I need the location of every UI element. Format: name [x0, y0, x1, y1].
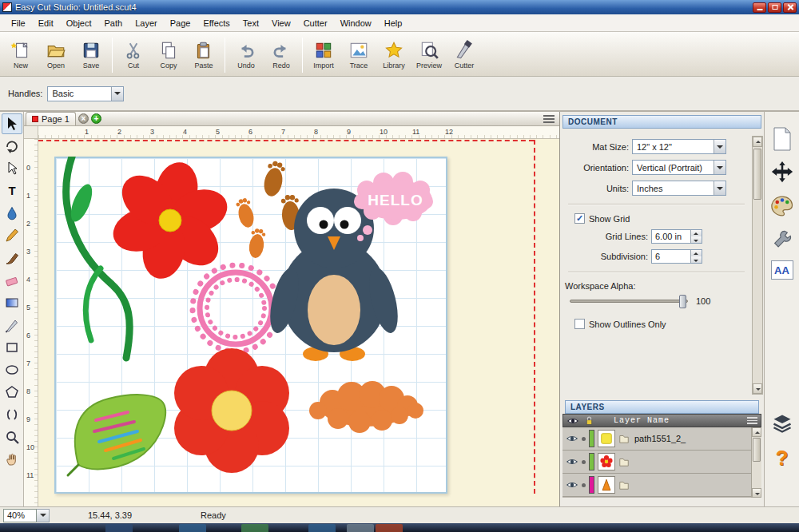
tool-zoom[interactable] — [2, 427, 22, 447]
menu-file[interactable]: File — [5, 16, 32, 30]
layer-row[interactable] — [562, 474, 761, 497]
close-page-button[interactable]: × — [78, 113, 89, 124]
redo-button[interactable]: Redo — [264, 35, 299, 75]
preview-button[interactable]: Preview — [411, 35, 447, 75]
menu-edit[interactable]: Edit — [32, 16, 60, 30]
menu-object[interactable]: Object — [60, 16, 98, 30]
taskbar-icon[interactable] — [179, 524, 206, 532]
canvas-artwork[interactable]: HELLO — [54, 157, 447, 494]
palette-icon[interactable] — [770, 195, 794, 219]
layer-color-bar[interactable] — [589, 430, 594, 447]
menu-page[interactable]: Page — [164, 16, 197, 30]
layers-menu-icon[interactable] — [747, 417, 757, 424]
paste-button[interactable]: Paste — [186, 35, 221, 75]
tool-brush[interactable] — [2, 248, 22, 268]
tool-gradient[interactable] — [2, 292, 22, 313]
tool-eraser[interactable] — [2, 270, 22, 291]
layer-color-bar[interactable] — [589, 476, 594, 494]
spin-down-icon[interactable] — [690, 236, 702, 243]
eye-icon[interactable] — [566, 457, 578, 466]
menu-view[interactable]: View — [265, 16, 297, 30]
tool-rectangle[interactable] — [2, 337, 22, 358]
eye-icon[interactable] — [566, 480, 578, 490]
scroll-up-icon[interactable] — [752, 427, 761, 437]
workspace-alpha-slider[interactable] — [570, 300, 688, 303]
eye-icon[interactable] — [566, 416, 579, 426]
handles-select[interactable]: Basic — [47, 86, 124, 101]
menu-help[interactable]: Help — [378, 16, 409, 30]
lock-icon[interactable] — [584, 415, 594, 426]
orientation-select[interactable]: Vertical (Portrait) — [632, 160, 726, 175]
layer-color-bar[interactable] — [589, 453, 594, 470]
menu-effects[interactable]: Effects — [197, 16, 236, 30]
layer-thumbnail[interactable] — [598, 453, 615, 470]
art-red-flower-bottom[interactable] — [174, 348, 289, 473]
cut-button[interactable]: Cut — [116, 35, 151, 75]
taskbar-icon[interactable] — [376, 524, 403, 532]
open-button[interactable]: Open — [38, 35, 74, 75]
art-orange-cloud[interactable] — [309, 381, 423, 433]
show-grid-checkbox[interactable]: ✓ — [574, 213, 585, 224]
spin-up-icon[interactable] — [690, 230, 702, 236]
tool-rotate[interactable] — [2, 136, 22, 157]
layer-row[interactable] — [562, 451, 761, 474]
close-button[interactable] — [783, 2, 797, 13]
tool-fill[interactable] — [2, 203, 22, 224]
units-select[interactable]: Inches — [632, 181, 726, 196]
maximize-button[interactable] — [768, 2, 781, 13]
spin-down-icon[interactable] — [690, 256, 702, 263]
art-leaf[interactable] — [68, 395, 165, 475]
tool-select[interactable] — [2, 113, 22, 134]
art-scallop-wreath[interactable] — [193, 265, 279, 351]
tool-text[interactable]: T — [2, 181, 22, 201]
layer-thumbnail[interactable] — [598, 430, 615, 447]
page-menu-icon[interactable] — [543, 115, 555, 123]
tool-arc[interactable] — [2, 404, 22, 425]
taskbar-icon[interactable] — [105, 524, 133, 532]
mat-size-select[interactable]: 12" x 12" — [632, 139, 726, 154]
trace-button[interactable]: Trace — [341, 35, 376, 75]
slider-thumb[interactable] — [679, 295, 686, 308]
wrench-icon[interactable] — [771, 228, 793, 252]
copy-button[interactable]: Copy — [151, 35, 186, 75]
zoom-dropdown-icon[interactable] — [37, 509, 50, 522]
menu-layer[interactable]: Layer — [129, 16, 164, 30]
show-outlines-checkbox[interactable] — [574, 319, 585, 329]
scroll-down-icon[interactable] — [752, 488, 761, 498]
new-button[interactable]: New — [3, 35, 38, 75]
minimize-button[interactable] — [753, 2, 766, 13]
menu-path[interactable]: Path — [98, 16, 129, 30]
undo-button[interactable]: Undo — [229, 35, 264, 75]
layer-thumbnail[interactable] — [598, 476, 615, 494]
zoom-level[interactable]: 40% — [3, 509, 37, 522]
eye-icon[interactable] — [566, 434, 578, 443]
art-hello-bubble[interactable]: HELLO — [354, 172, 433, 241]
save-button[interactable]: Save — [74, 35, 109, 75]
page-icon[interactable] — [772, 126, 793, 153]
scroll-thumb[interactable] — [753, 438, 761, 462]
document-panel-header[interactable]: DOCUMENT — [562, 115, 761, 129]
help-icon[interactable]: ? — [776, 446, 789, 470]
menu-window[interactable]: Window — [334, 16, 378, 30]
taskbar-icon[interactable] — [347, 524, 374, 532]
cutter-button[interactable]: Cutter — [447, 35, 482, 75]
layer-name[interactable]: path1551_2_ — [634, 434, 686, 443]
tool-ellipse[interactable] — [2, 359, 22, 380]
art-red-flower-top[interactable] — [108, 158, 233, 283]
add-page-button[interactable]: + — [91, 113, 101, 124]
art-footprints-brown[interactable] — [261, 160, 300, 231]
tool-knife[interactable] — [2, 315, 22, 335]
scroll-up-icon[interactable] — [753, 137, 762, 147]
layer-row[interactable]: path1551_2_ — [562, 427, 761, 451]
subdivision-input[interactable]: 6 — [651, 249, 702, 264]
art-vine[interactable] — [66, 157, 130, 358]
scroll-thumb[interactable] — [753, 149, 761, 200]
scroll-down-icon[interactable] — [753, 383, 762, 394]
tool-pan[interactable] — [2, 449, 22, 470]
panel-scrollbar[interactable] — [752, 136, 763, 395]
layers-scrollbar[interactable] — [751, 427, 761, 498]
menu-text[interactable]: Text — [237, 16, 265, 30]
tab-page-1[interactable]: Page 1 — [26, 112, 76, 125]
art-footprints-orange[interactable] — [235, 197, 266, 259]
taskbar-icon[interactable] — [241, 524, 268, 532]
